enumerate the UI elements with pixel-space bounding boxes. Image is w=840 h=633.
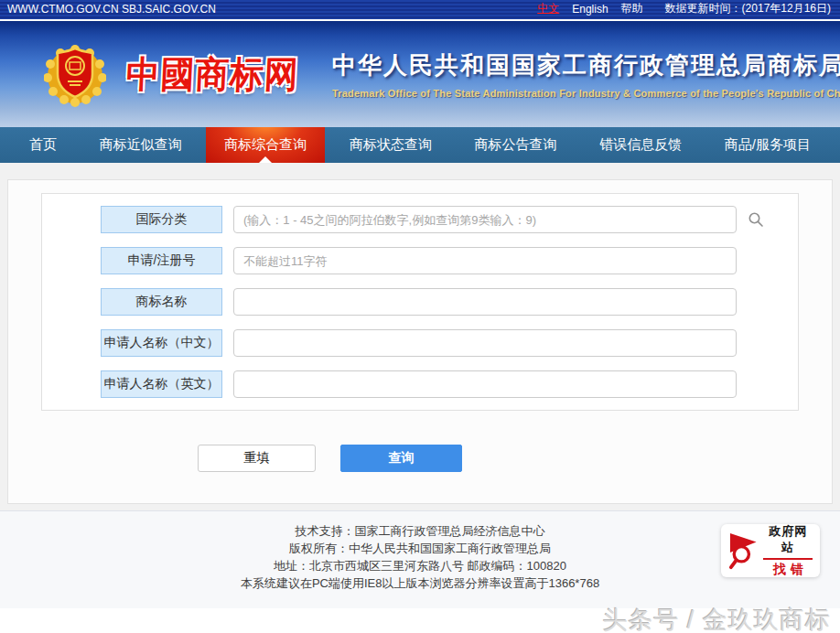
page-footer: 技术支持：国家工商行政管理总局经济信息中心 版权所有：中华人民共和国国家工商行政…: [0, 510, 840, 608]
applicant-name-cn-label: 申请人名称（中文）: [101, 329, 222, 357]
form-row-intl-class: 国际分类: [101, 206, 798, 233]
site-brand-calligraphy: 中國商标网: [125, 49, 300, 100]
site-header: 中國商标网 中华人民共和国国家工商行政管理总局商标局 Trademark Off…: [0, 21, 840, 127]
applicant-name-cn-input[interactable]: [233, 329, 737, 357]
main-navigation: 首页 商标近似查询 商标综合查询 商标状态查询 商标公告查询 错误信息反馈 商品…: [0, 127, 840, 163]
nav-tab-error-feedback[interactable]: 错误信息反馈: [581, 127, 700, 163]
top-utility-bar: WWW.CTMO.GOV.CN SBJ.SAIC.GOV.CN 中文 Engli…: [0, 0, 840, 21]
form-row-application-number: 申请/注册号: [101, 247, 798, 274]
footer-tech-support: 技术支持：国家工商行政管理总局经济信息中心: [0, 522, 840, 540]
watermark-text: 头条号 / 金玖玖商标: [602, 604, 831, 633]
nav-tab-comprehensive-search[interactable]: 商标综合查询: [206, 127, 325, 163]
intl-class-label: 国际分类: [101, 206, 222, 233]
gov-site-error-report-badge[interactable]: 政府网站 找错: [721, 524, 820, 577]
data-update-time: 数据更新时间：(2017年12月16日): [665, 1, 831, 16]
error-finder-magnifier-icon: [728, 531, 758, 571]
form-actions: 重填 查询: [198, 445, 799, 472]
form-row-applicant-name-en: 申请人名称（英文）: [101, 370, 798, 398]
application-number-label: 申请/注册号: [101, 247, 222, 274]
nav-tab-gazette-search[interactable]: 商标公告查询: [457, 127, 576, 163]
search-icon[interactable]: [748, 211, 764, 228]
reset-button[interactable]: 重填: [198, 445, 316, 472]
nav-tab-goods-services[interactable]: 商品/服务项目: [706, 127, 829, 163]
footer-address: 地址：北京市西城区三里河东路八号 邮政编码：100820: [0, 557, 840, 574]
intl-class-input[interactable]: [233, 206, 737, 233]
nav-tab-status-search[interactable]: 商标状态查询: [331, 127, 450, 163]
badge-find-error-label: 找错: [763, 562, 813, 578]
footer-copyright: 版权所有：中华人民共和国国家工商行政管理总局: [0, 540, 840, 557]
form-row-trademark-name: 商标名称: [101, 288, 798, 316]
query-button[interactable]: 查询: [340, 445, 462, 472]
applicant-name-en-input[interactable]: [233, 370, 737, 398]
search-panel: 国际分类 申请/注册号 商标名称 申请人名称（中文）: [7, 179, 833, 504]
application-number-input[interactable]: [233, 247, 737, 274]
bottom-strip: 头条号 / 金玖玖商标: [0, 608, 840, 633]
main-content: 国际分类 申请/注册号 商标名称 申请人名称（中文）: [0, 163, 840, 510]
trademark-name-input[interactable]: [233, 288, 737, 316]
site-title: 中华人民共和国国家工商行政管理总局商标局: [332, 49, 840, 81]
form-row-applicant-name-cn: 申请人名称（中文）: [101, 329, 798, 357]
footer-browser-advice: 本系统建议在PC端使用IE8以上版本浏览器分辨率设置高于1366*768: [0, 574, 840, 592]
site-subtitle-english: Trademark Office of The State Administra…: [332, 88, 840, 99]
site-urls: WWW.CTMO.GOV.CN SBJ.SAIC.GOV.CN: [7, 3, 216, 16]
trademark-name-label: 商标名称: [101, 288, 222, 316]
gov-emblem-logo: [44, 41, 106, 107]
lang-switch-chinese[interactable]: 中文: [537, 1, 559, 16]
search-form: 国际分类 申请/注册号 商标名称 申请人名称（中文）: [41, 193, 799, 411]
badge-gov-site-label: 政府网站: [763, 523, 813, 560]
applicant-name-en-label: 申请人名称（英文）: [101, 370, 222, 398]
help-link[interactable]: 帮助: [621, 1, 643, 16]
nav-tab-similar-search[interactable]: 商标近似查询: [81, 127, 200, 163]
lang-switch-english[interactable]: English: [572, 3, 608, 16]
nav-tab-home[interactable]: 首页: [11, 127, 75, 163]
